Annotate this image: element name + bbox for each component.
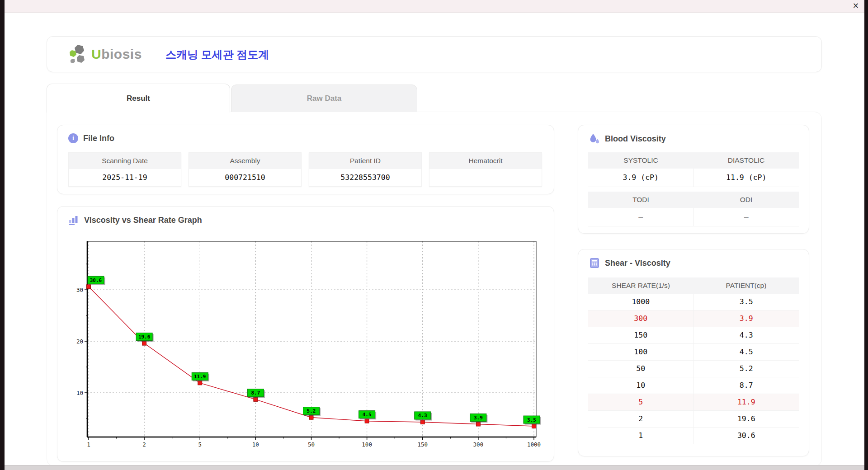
- field-patient-id: Patient ID 53228553700: [309, 152, 422, 187]
- svg-text:10: 10: [252, 441, 259, 448]
- tab-result[interactable]: Result: [47, 84, 230, 113]
- shear-table-row: 130.6: [588, 428, 799, 444]
- svg-text:4.5: 4.5: [363, 412, 372, 418]
- blood-viscosity-title: Blood Viscosity: [605, 134, 666, 144]
- file-info-card: i File Info Scanning Date 2025-11-19 Ass…: [57, 125, 554, 194]
- window-bottom-bar: [5, 465, 864, 470]
- patient-viscosity-cell: 3.5: [693, 294, 799, 310]
- patient-column-header: PATIENT(cp): [693, 277, 799, 294]
- bv-value-row-1: 3.9 (cP) 11.9 (cP): [588, 169, 799, 187]
- logo-wordmark: Ubiosis: [91, 47, 142, 62]
- window-frame-right: [864, 0, 868, 470]
- calculator-icon: [589, 258, 600, 268]
- svg-text:2: 2: [142, 441, 146, 448]
- diastolic-label: DIASTOLIC: [693, 152, 799, 169]
- shear-viscosity-header: Shear - Viscosity: [589, 258, 670, 268]
- svg-text:50: 50: [308, 441, 315, 448]
- shear-table-row: 3003.9: [588, 310, 799, 327]
- shear-table-header: SHEAR RATE(1/s) PATIENT(cp): [588, 277, 799, 294]
- file-info-header: i File Info: [68, 133, 114, 143]
- tab-raw-data[interactable]: Raw Data: [231, 85, 417, 112]
- svg-text:11.9: 11.9: [194, 374, 206, 380]
- tab-raw-data-label: Raw Data: [307, 94, 342, 103]
- graph-header: Viscosity vs Shear Rate Graph: [68, 215, 202, 226]
- patient-viscosity-cell: 4.5: [693, 344, 799, 360]
- svg-text:3.5: 3.5: [527, 417, 536, 423]
- patient-viscosity-cell: 3.9: [693, 310, 799, 327]
- bv-header-row-1: SYSTOLIC DIASTOLIC: [588, 152, 799, 169]
- shear-rate-cell: 50: [588, 361, 693, 377]
- svg-text:10: 10: [76, 390, 83, 396]
- blood-viscosity-header: Blood Viscosity: [589, 133, 666, 144]
- shear-viscosity-card: Shear - Viscosity SHEAR RATE(1/s) PATIEN…: [578, 249, 809, 456]
- hexagon-logo-icon: [69, 44, 89, 65]
- svg-text:30.6: 30.6: [90, 277, 102, 283]
- svg-text:3.9: 3.9: [474, 415, 483, 421]
- systolic-value: 3.9 (cP): [588, 169, 693, 187]
- shear-table-row: 108.7: [588, 377, 799, 394]
- shear-rate-cell: 100: [588, 344, 693, 360]
- viscosity-chart-area: 1020301251050100150300100030.619.611.98.…: [68, 237, 544, 453]
- field-assembly: Assembly 000721510: [189, 152, 302, 187]
- file-info-fields: Scanning Date 2025-11-19 Assembly 000721…: [68, 152, 542, 187]
- patient-viscosity-cell: 4.3: [693, 327, 799, 343]
- bar-chart-icon: [68, 215, 79, 226]
- patient-viscosity-cell: 19.6: [693, 411, 799, 427]
- shear-rate-cell: 150: [588, 327, 693, 343]
- svg-text:5: 5: [198, 441, 202, 448]
- shear-rate-cell: 1: [588, 428, 693, 444]
- blood-drops-icon: [589, 133, 600, 144]
- svg-text:5.2: 5.2: [307, 408, 316, 414]
- patient-viscosity-cell: 8.7: [693, 377, 799, 394]
- todi-label: TODI: [588, 192, 693, 208]
- field-scanning-date: Scanning Date 2025-11-19: [68, 152, 181, 187]
- odi-label: ODI: [693, 192, 799, 208]
- svg-text:19.6: 19.6: [138, 334, 151, 340]
- bv-value-row-2: – –: [588, 208, 799, 226]
- tab-result-label: Result: [127, 94, 150, 103]
- shear-rate-cell: 2: [588, 411, 693, 427]
- todi-value: –: [588, 208, 693, 226]
- patient-viscosity-cell: 11.9: [693, 394, 799, 410]
- app-window: { "window": { "close_icon": "×" }, "head…: [0, 0, 868, 470]
- shear-table-row: 1004.5: [588, 344, 799, 361]
- svg-text:1: 1: [87, 441, 90, 448]
- svg-text:300: 300: [473, 441, 484, 448]
- blood-viscosity-card: Blood Viscosity SYSTOLIC DIASTOLIC 3.9 (…: [578, 125, 809, 234]
- graph-title: Viscosity vs Shear Rate Graph: [84, 216, 202, 225]
- close-icon[interactable]: ×: [853, 1, 859, 10]
- shear-rate-cell: 5: [588, 394, 693, 410]
- patient-viscosity-cell: 30.6: [693, 428, 799, 444]
- svg-text:150: 150: [417, 441, 428, 448]
- diastolic-value: 11.9 (cP): [693, 169, 799, 187]
- shear-table-row: 505.2: [588, 361, 799, 377]
- field-hematocrit: Hematocrit: [429, 152, 542, 187]
- shear-viscosity-title: Shear - Viscosity: [605, 258, 670, 268]
- app-title: 스캐닝 모세관 점도계: [165, 47, 269, 62]
- window-titlebar: ×: [5, 0, 864, 13]
- svg-text:20: 20: [76, 338, 83, 345]
- systolic-label: SYSTOLIC: [588, 152, 693, 169]
- window-frame-left: [0, 0, 5, 470]
- shear-rate-cell: 300: [588, 310, 693, 327]
- svg-text:30: 30: [76, 287, 83, 293]
- shear-rate-cell: 1000: [588, 294, 693, 310]
- shear-rate-column-header: SHEAR RATE(1/s): [588, 277, 693, 294]
- blood-viscosity-table: SYSTOLIC DIASTOLIC 3.9 (cP) 11.9 (cP) TO…: [588, 152, 799, 226]
- graph-card: Viscosity vs Shear Rate Graph 1020301251…: [57, 206, 554, 462]
- ubiosis-logo: Ubiosis: [69, 44, 142, 65]
- odi-value: –: [693, 208, 799, 226]
- shear-table-rows: 10003.53003.91504.31004.5505.2108.7511.9…: [588, 294, 799, 444]
- viscosity-chart: 1020301251050100150300100030.619.611.98.…: [68, 237, 544, 453]
- info-icon: i: [68, 133, 78, 143]
- shear-table-row: 219.6: [588, 411, 799, 428]
- svg-text:1000: 1000: [527, 441, 541, 448]
- shear-table-row: 511.9: [588, 394, 799, 411]
- svg-text:4.3: 4.3: [418, 413, 427, 418]
- bv-header-row-2: TODI ODI: [588, 192, 799, 208]
- shear-viscosity-table: SHEAR RATE(1/s) PATIENT(cp) 10003.53003.…: [588, 277, 799, 444]
- shear-rate-cell: 10: [588, 377, 693, 394]
- svg-text:100: 100: [362, 441, 372, 448]
- shear-table-row: 1504.3: [588, 327, 799, 344]
- header-card: Ubiosis 스캐닝 모세관 점도계: [47, 36, 822, 72]
